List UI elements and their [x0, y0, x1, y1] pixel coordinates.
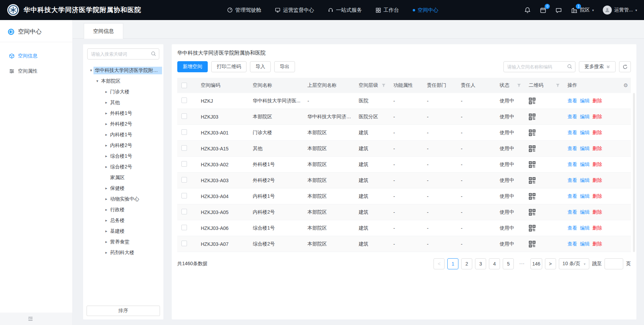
tree-node-label[interactable]: 基建楼: [109, 228, 126, 235]
row-checkbox[interactable]: [181, 113, 187, 119]
pagination-item[interactable]: >: [545, 258, 556, 269]
column-settings-icon[interactable]: ⚙: [624, 82, 628, 89]
tree-node[interactable]: 外科楼1号: [84, 108, 162, 119]
tree-node-label[interactable]: 药剂科大楼: [109, 249, 136, 257]
tree-expand-icon[interactable]: [104, 165, 109, 169]
nav-item-one-stop-service[interactable]: 一站式服务: [328, 0, 362, 20]
edit-link[interactable]: 编辑: [580, 241, 590, 247]
qr-code-icon[interactable]: [529, 225, 536, 232]
view-link[interactable]: 查看: [567, 98, 577, 104]
tree-node-label[interactable]: 保健楼: [109, 185, 126, 192]
tree-node[interactable]: 基建楼: [84, 226, 162, 236]
qr-code-icon[interactable]: [529, 209, 536, 216]
nav-item-operation-monitor[interactable]: 运营监督中心: [275, 0, 314, 20]
row-checkbox[interactable]: [181, 225, 187, 230]
tree-node-label[interactable]: 外科楼1号: [109, 110, 134, 117]
view-link[interactable]: 查看: [567, 241, 577, 247]
filter-icon[interactable]: [517, 83, 521, 87]
view-link[interactable]: 查看: [567, 146, 577, 152]
tree-node-label[interactable]: 综合楼1号: [109, 152, 134, 160]
tree-expand-icon[interactable]: [104, 218, 109, 223]
tree-node[interactable]: 行政楼: [84, 204, 162, 215]
qr-code-icon[interactable]: [529, 177, 536, 184]
tree-expand-icon[interactable]: [104, 100, 109, 105]
qr-code-icon[interactable]: [529, 241, 536, 248]
tree-node-label[interactable]: 行政楼: [109, 206, 126, 214]
tree-node-label[interactable]: 内科楼1号: [109, 131, 134, 139]
tree-node-label[interactable]: 综合楼2号: [109, 163, 134, 171]
tree-node[interactable]: 家属区: [84, 172, 162, 183]
view-link[interactable]: 查看: [567, 177, 577, 184]
tree-node[interactable]: 药剂科大楼: [84, 247, 162, 258]
notification-bell[interactable]: [524, 7, 531, 13]
edit-link[interactable]: 编辑: [580, 161, 590, 168]
edit-link[interactable]: 编辑: [580, 146, 590, 152]
tree-node-label[interactable]: 总务楼: [109, 217, 126, 224]
campus-selector[interactable]: 1 院区 ▾: [571, 7, 594, 13]
tree-node[interactable]: 总务楼: [84, 215, 162, 226]
tree-expand-icon[interactable]: [104, 122, 109, 126]
qr-code-icon[interactable]: [529, 98, 536, 104]
tree-node[interactable]: 本部院区: [84, 76, 162, 86]
select-all-checkbox[interactable]: [181, 83, 187, 88]
tree-node[interactable]: 内科楼1号: [84, 129, 162, 140]
delete-link[interactable]: 删除: [592, 130, 602, 136]
table-scrollbar[interactable]: [633, 93, 635, 252]
view-link[interactable]: 查看: [567, 209, 577, 215]
delete-link[interactable]: 删除: [592, 241, 602, 247]
import-button[interactable]: 导入: [250, 61, 271, 72]
tree-node-label[interactable]: 其他: [109, 99, 121, 106]
nav-item-dashboard[interactable]: 管理驾驶舱: [227, 0, 261, 20]
tree-expand-icon[interactable]: [104, 143, 109, 148]
tree-search-input[interactable]: [87, 48, 159, 59]
edit-link[interactable]: 编辑: [580, 209, 590, 215]
delete-link[interactable]: 删除: [592, 209, 602, 215]
row-checkbox[interactable]: [181, 193, 187, 198]
export-button[interactable]: 导出: [274, 61, 295, 72]
tree-expand-icon[interactable]: [104, 250, 109, 255]
qr-code-icon[interactable]: [529, 145, 536, 152]
tree-expand-icon[interactable]: [95, 79, 100, 83]
qr-code-icon[interactable]: [529, 129, 536, 136]
tree-node[interactable]: 其他: [84, 97, 162, 108]
tree-expand-icon[interactable]: [104, 240, 109, 244]
tree-node-label[interactable]: 本部院区: [100, 77, 122, 85]
delete-link[interactable]: 删除: [592, 161, 602, 168]
row-checkbox[interactable]: [181, 241, 187, 246]
tree-node-label[interactable]: 内科楼2号: [109, 142, 134, 149]
row-checkbox[interactable]: [181, 209, 187, 214]
schedule-button[interactable]: 0: [540, 7, 546, 13]
row-checkbox[interactable]: [181, 177, 187, 183]
tree-node-label[interactable]: 动物实验中心: [109, 195, 141, 203]
print-qr-button[interactable]: 打印二维码: [211, 61, 247, 72]
tree-node[interactable]: 华中科技大学同济医学院附属协...: [84, 65, 162, 76]
sidebar-collapse[interactable]: [0, 313, 72, 325]
tree-node[interactable]: 营养食堂: [84, 236, 162, 247]
tree-node-label[interactable]: 华中科技大学同济医学院附属协...: [93, 67, 162, 74]
tree-expand-icon[interactable]: [104, 207, 109, 212]
tree-expand-icon[interactable]: [104, 111, 109, 115]
nav-item-space-center[interactable]: 空间中心: [413, 0, 438, 20]
edit-link[interactable]: 编辑: [580, 177, 590, 184]
edit-link[interactable]: 编辑: [580, 98, 590, 104]
tree-node[interactable]: 动物实验中心: [84, 194, 162, 204]
tree-expand-icon[interactable]: [89, 68, 93, 73]
qr-code-icon[interactable]: [529, 113, 536, 120]
pagination-item[interactable]: 5: [503, 258, 514, 269]
delete-link[interactable]: 删除: [592, 114, 602, 120]
filter-icon[interactable]: [556, 83, 560, 87]
jump-page-input[interactable]: [605, 258, 623, 269]
edit-link[interactable]: 编辑: [580, 193, 590, 199]
view-link[interactable]: 查看: [567, 130, 577, 136]
tree-expand-icon[interactable]: [104, 186, 109, 191]
view-link[interactable]: 查看: [567, 225, 577, 231]
row-checkbox[interactable]: [181, 161, 187, 167]
delete-link[interactable]: 删除: [592, 225, 602, 231]
view-link[interactable]: 查看: [567, 193, 577, 199]
pagination-item[interactable]: 1: [447, 258, 458, 269]
tree-expand-icon[interactable]: [104, 197, 109, 201]
delete-link[interactable]: 删除: [592, 193, 602, 199]
view-link[interactable]: 查看: [567, 114, 577, 120]
tab-space-info[interactable]: 空间信息: [84, 23, 123, 39]
pagination-item[interactable]: 146: [530, 258, 542, 269]
